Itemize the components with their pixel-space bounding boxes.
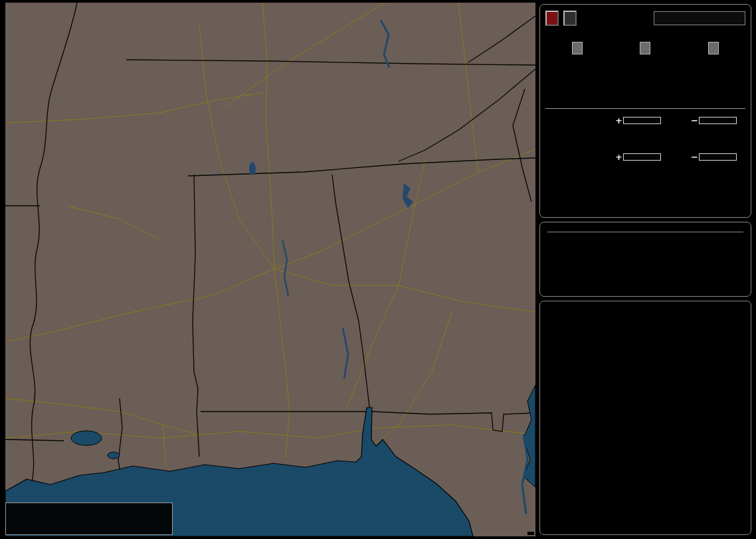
map-legend xyxy=(5,502,173,535)
strikes-rate-column xyxy=(545,42,609,92)
noises-per-min-value xyxy=(682,57,745,86)
datetime-display xyxy=(547,228,743,232)
lightning-map[interactable] xyxy=(5,3,535,536)
trend-graph-chart xyxy=(544,352,747,534)
noises-per-min-button[interactable] xyxy=(708,42,719,54)
map-canvas[interactable] xyxy=(5,3,535,536)
ic-negative-bar xyxy=(699,153,737,161)
map-land xyxy=(5,3,535,536)
cg-negative-bar xyxy=(699,117,737,124)
close-per-min-value xyxy=(613,57,677,86)
strike-mode-button[interactable] xyxy=(545,11,559,26)
cloud-ground-row: + − xyxy=(545,115,745,125)
bearing-range-display[interactable] xyxy=(654,11,745,25)
noise-mode-button[interactable] xyxy=(563,11,577,26)
cloud-ground-count-row xyxy=(545,131,745,141)
copyright-notice xyxy=(527,532,534,535)
noises-rate-column xyxy=(682,42,745,92)
strikes-per-min-button[interactable] xyxy=(572,42,583,54)
datetime-status-panel xyxy=(539,222,751,297)
uptime-trend-panel xyxy=(539,301,751,535)
app-window: + − + − xyxy=(0,0,756,539)
close-per-min-button[interactable] xyxy=(640,42,650,54)
distribution-title xyxy=(545,106,745,109)
intracloud-count-row xyxy=(545,167,745,178)
strikes-per-min-value xyxy=(545,57,609,86)
cg-positive-bar xyxy=(623,117,661,124)
ic-positive-bar xyxy=(623,153,661,161)
close-rate-column xyxy=(613,42,677,92)
intracloud-row: + − xyxy=(545,151,745,162)
strike-stats-panel: + − + − xyxy=(539,4,751,218)
